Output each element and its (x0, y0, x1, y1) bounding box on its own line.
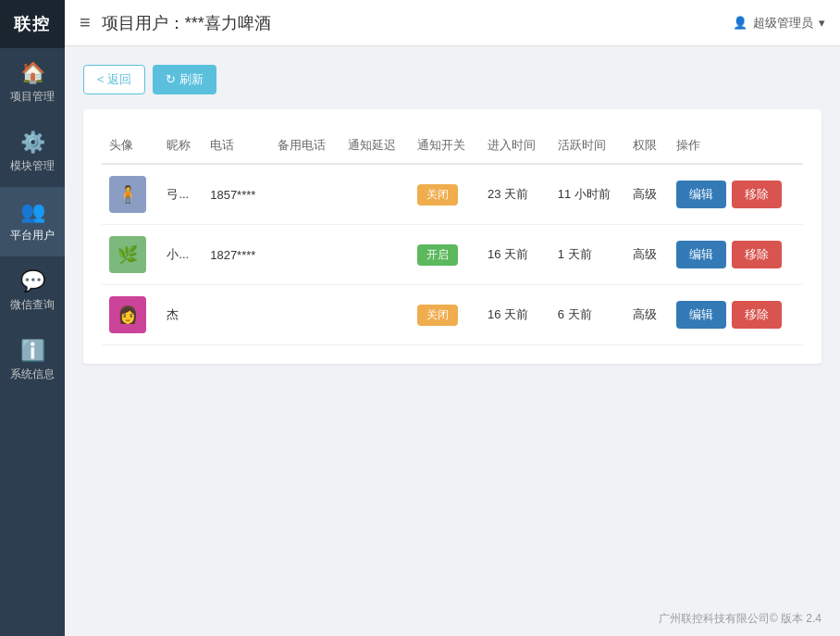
notify-switch-badge[interactable]: 关闭 (417, 305, 458, 326)
col-phone: 电话 (203, 128, 270, 164)
actions-cell: 编辑移除 (669, 225, 803, 285)
refresh-button[interactable]: ↻ 刷新 (153, 65, 216, 94)
main-content: ≡ 项目用户：***喜力啤酒 👤 超级管理员 ▾ < 返回 ↻ 刷新 头像 昵称… (65, 0, 840, 636)
notify-switch-cell: 关闭 (410, 285, 480, 345)
avatar: 🧍 (109, 176, 146, 213)
notify-delay-cell (340, 285, 411, 345)
user-icon: 👤 (733, 16, 747, 30)
sidebar-item-label: 模块管理 (10, 158, 55, 174)
permission-cell: 高级 (625, 164, 669, 225)
nickname-cell: 杰 (159, 285, 203, 345)
table-row: 👩杰关闭16 天前6 天前高级编辑移除 (102, 285, 803, 345)
notify-switch-badge[interactable]: 开启 (417, 244, 458, 266)
col-permission: 权限 (625, 128, 669, 164)
backup-phone-cell (270, 285, 340, 345)
table-header-row: 头像 昵称 电话 备用电话 通知延迟 通知开关 进入时间 活跃时间 权限 操作 (102, 128, 803, 164)
col-backup-phone: 备用电话 (270, 128, 340, 164)
edit-button[interactable]: 编辑 (676, 181, 726, 208)
backup-phone-cell (270, 225, 340, 285)
action-bar: < 返回 ↻ 刷新 (83, 65, 821, 94)
join-time-cell: 23 天前 (480, 164, 550, 225)
sidebar-item-platform[interactable]: 👥 平台用户 (0, 187, 65, 256)
col-avatar: 头像 (102, 128, 159, 164)
sidebar-item-project[interactable]: 🏠 项目管理 (0, 48, 65, 118)
wechat-icon: 💬 (20, 269, 45, 293)
footer-text: 广州联控科技有限公司© 版本 2.4 (659, 612, 821, 625)
table-row: 🧍弓...1857****关闭23 天前11 小时前高级编辑移除 (102, 164, 803, 225)
table-row: 🌿小...1827****开启16 天前1 天前高级编辑移除 (102, 225, 803, 285)
hamburger-icon[interactable]: ≡ (80, 12, 91, 33)
platform-icon: 👥 (20, 200, 45, 224)
sidebar-item-label: 平台用户 (10, 228, 55, 243)
user-label: 超级管理员 (753, 15, 813, 31)
permission-cell: 高级 (625, 225, 669, 285)
back-button[interactable]: < 返回 (83, 65, 145, 94)
active-time-cell: 11 小时前 (550, 164, 625, 225)
remove-button[interactable]: 移除 (732, 301, 782, 329)
avatar-cell: 👩 (102, 285, 159, 345)
col-notify-switch: 通知开关 (410, 128, 480, 164)
avatar: 👩 (109, 296, 146, 333)
avatar-cell: 🌿 (102, 225, 159, 285)
nickname-cell: 弓... (159, 164, 203, 225)
permission-cell: 高级 (625, 285, 669, 345)
page-title: 项目用户：***喜力啤酒 (102, 12, 722, 34)
sidebar-item-wechat[interactable]: 💬 微信查询 (0, 256, 65, 326)
col-actions: 操作 (669, 128, 803, 164)
sidebar-item-label: 系统信息 (10, 367, 55, 382)
sidebar-item-system[interactable]: ℹ️ 系统信息 (0, 326, 65, 395)
remove-button[interactable]: 移除 (732, 181, 782, 208)
module-icon: ⚙️ (20, 131, 45, 155)
actions-cell: 编辑移除 (669, 285, 803, 345)
join-time-cell: 16 天前 (480, 225, 550, 285)
sidebar: 联控 🏠 项目管理 ⚙️ 模块管理 👥 平台用户 💬 微信查询 ℹ️ 系统信息 (0, 0, 65, 636)
phone-cell (203, 285, 270, 345)
remove-button[interactable]: 移除 (732, 241, 782, 268)
phone-cell: 1827**** (203, 225, 270, 285)
sidebar-item-label: 微信查询 (10, 297, 55, 313)
notify-delay-cell (340, 225, 411, 285)
footer: 广州联控科技有限公司© 版本 2.4 (65, 602, 840, 636)
col-active-time: 活跃时间 (550, 128, 625, 164)
col-join-time: 进入时间 (480, 128, 550, 164)
user-table: 头像 昵称 电话 备用电话 通知延迟 通知开关 进入时间 活跃时间 权限 操作 … (102, 128, 803, 345)
backup-phone-cell (270, 164, 340, 225)
notify-delay-cell (340, 164, 411, 225)
actions-cell: 编辑移除 (669, 164, 803, 225)
notify-switch-cell: 开启 (410, 225, 480, 285)
project-icon: 🏠 (20, 61, 45, 85)
avatar-cell: 🧍 (102, 164, 159, 225)
col-nickname: 昵称 (159, 128, 203, 164)
edit-button[interactable]: 编辑 (676, 301, 726, 329)
notify-switch-cell: 关闭 (410, 164, 480, 225)
content-area: < 返回 ↻ 刷新 头像 昵称 电话 备用电话 通知延迟 通知开关 进入时间 活… (65, 46, 840, 602)
active-time-cell: 1 天前 (550, 225, 625, 285)
active-time-cell: 6 天前 (550, 285, 625, 345)
sidebar-item-label: 项目管理 (10, 89, 55, 105)
join-time-cell: 16 天前 (480, 285, 550, 345)
topbar-user[interactable]: 👤 超级管理员 ▾ (733, 15, 825, 31)
chevron-down-icon: ▾ (819, 16, 825, 30)
nickname-cell: 小... (159, 225, 203, 285)
system-icon: ℹ️ (20, 339, 45, 363)
notify-switch-badge[interactable]: 关闭 (417, 184, 458, 206)
edit-button[interactable]: 编辑 (676, 241, 726, 268)
phone-cell: 1857**** (203, 164, 270, 225)
sidebar-item-module[interactable]: ⚙️ 模块管理 (0, 118, 65, 187)
avatar: 🌿 (109, 236, 146, 273)
topbar: ≡ 项目用户：***喜力啤酒 👤 超级管理员 ▾ (65, 0, 840, 46)
col-notify-delay: 通知延迟 (340, 128, 411, 164)
sidebar-logo: 联控 (0, 0, 65, 48)
table-card: 头像 昵称 电话 备用电话 通知延迟 通知开关 进入时间 活跃时间 权限 操作 … (83, 109, 821, 364)
